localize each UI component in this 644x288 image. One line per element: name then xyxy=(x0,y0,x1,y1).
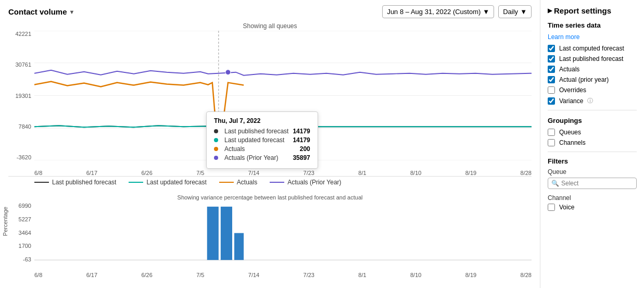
y-val-4: 7840 xyxy=(19,123,31,130)
checkbox-variance-input[interactable] xyxy=(548,97,555,105)
x-val-9: 8/19 xyxy=(465,170,476,176)
tooltip-value-3: 35897 xyxy=(293,154,310,161)
date-chevron-icon: ▼ xyxy=(483,8,489,16)
legend-label-0: Last published forecast xyxy=(52,179,116,186)
checkbox-actuals-label: Actuals xyxy=(559,66,579,73)
tooltip-dot-1 xyxy=(214,138,218,142)
queue-label: Showing all queues xyxy=(8,22,532,30)
var-x-val-7: 8/1 xyxy=(358,272,366,278)
main-content: Contact volume ▼ Jun 8 – Aug 31, 2022 (C… xyxy=(0,0,540,288)
channel-filter-label: Channel xyxy=(548,194,637,202)
svg-point-9 xyxy=(225,70,231,75)
var-x-val-1: 6/8 xyxy=(34,272,42,278)
var-x-val-6: 7/23 xyxy=(304,272,314,278)
tooltip-dot-0 xyxy=(214,129,218,133)
checkbox-channels-label: Channels xyxy=(559,139,586,146)
checkbox-variance-label: Variance xyxy=(559,97,583,105)
x-val-7: 8/1 xyxy=(358,170,366,176)
divider-1 xyxy=(548,110,637,110)
svg-rect-12 xyxy=(221,207,232,260)
var-y-val-5: -63 xyxy=(23,256,31,262)
variance-chart-svg xyxy=(34,203,532,264)
channel-voice-checkbox[interactable] xyxy=(548,204,555,211)
time-series-label: Time series data xyxy=(548,21,637,29)
x-val-3: 6/26 xyxy=(141,170,152,176)
checkbox-last-computed: Last computed forecast xyxy=(548,45,637,52)
legend-label-1: Last updated forecast xyxy=(146,179,206,186)
tooltip-dot-2 xyxy=(214,147,218,151)
checkbox-actual-prior-label: Actual (prior year) xyxy=(559,76,609,83)
checkbox-actuals-input[interactable] xyxy=(548,66,555,73)
legend-line-3 xyxy=(270,182,284,183)
sidebar-title-label: Report settings xyxy=(554,6,611,15)
var-x-val-5: 7/14 xyxy=(248,272,259,278)
checkbox-queues-input[interactable] xyxy=(548,129,555,136)
var-x-val-3: 6/26 xyxy=(141,272,152,278)
granularity-select[interactable]: Daily ▼ xyxy=(498,5,532,18)
y-val-5: -3620 xyxy=(17,154,31,160)
legend-item-0: Last published forecast xyxy=(34,179,116,186)
search-icon: 🔍 xyxy=(551,180,559,187)
x-val-1: 6/8 xyxy=(34,170,42,176)
checkbox-last-computed-label: Last computed forecast xyxy=(559,45,624,52)
queue-search-input-row: 🔍 xyxy=(548,178,637,189)
svg-rect-13 xyxy=(234,233,244,260)
tooltip-value-1: 14179 xyxy=(293,136,310,144)
sidebar-collapse-icon[interactable]: ▶ xyxy=(548,7,552,14)
legend-line-2 xyxy=(219,182,234,183)
variance-y-axis: 6990 5227 3464 1700 -63 xyxy=(8,203,34,262)
legend-item-3: Actuals (Prior Year) xyxy=(270,179,341,186)
divider-2 xyxy=(548,152,637,152)
checkbox-last-computed-input[interactable] xyxy=(548,45,555,52)
var-x-val-4: 7/5 xyxy=(196,272,204,278)
variance-chart: Showing variance percentage between last… xyxy=(8,194,532,288)
chart-tooltip: Thu, Jul 7, 2022 Last published forecast… xyxy=(206,111,318,169)
x-val-2: 6/17 xyxy=(86,170,97,176)
checkbox-variance: Variance ⓘ xyxy=(548,97,637,105)
var-x-val-8: 8/10 xyxy=(410,272,421,278)
y-val-3: 19301 xyxy=(15,93,31,99)
x-val-6: 7/23 xyxy=(304,170,314,176)
sidebar-title: ▶ Report settings xyxy=(548,6,637,15)
checkbox-channels-input[interactable] xyxy=(548,139,555,146)
y-val-2: 30761 xyxy=(15,61,31,68)
y-val-1: 42221 xyxy=(15,31,31,37)
var-x-val-10: 8/28 xyxy=(521,272,532,278)
checkbox-actual-prior: Actual (prior year) xyxy=(548,76,637,83)
groupings-label: Groupings xyxy=(548,117,637,124)
x-val-8: 8/10 xyxy=(410,170,421,176)
legend-item-2: Actuals xyxy=(219,179,257,186)
tooltip-date: Thu, Jul 7, 2022 xyxy=(214,117,310,124)
channel-voice-row: Voice xyxy=(548,204,637,211)
header-row: Contact volume ▼ Jun 8 – Aug 31, 2022 (C… xyxy=(8,5,532,18)
checkbox-actual-prior-input[interactable] xyxy=(548,76,555,83)
main-chart-y-axis: 42221 30761 19301 7840 -3620 xyxy=(8,31,34,160)
x-val-4: 7/5 xyxy=(196,170,204,176)
checkbox-overrides-input[interactable] xyxy=(548,86,555,94)
tooltip-dot-3 xyxy=(214,156,218,160)
date-range-select[interactable]: Jun 8 – Aug 31, 2022 (Custom) ▼ xyxy=(382,5,494,18)
var-y-val-2: 5227 xyxy=(19,216,31,222)
checkbox-last-published-label: Last published forecast xyxy=(559,55,623,62)
channel-voice-label: Voice xyxy=(559,204,574,211)
tooltip-label-1: Last updated forecast xyxy=(224,136,284,144)
tooltip-label-3: Actuals (Prior Year) xyxy=(224,154,278,161)
chevron-down-icon: ▼ xyxy=(69,9,75,15)
x-val-5: 7/14 xyxy=(248,170,259,176)
learn-more-link[interactable]: Learn more xyxy=(548,33,637,41)
checkbox-overrides: Overrides xyxy=(548,86,637,94)
filters-section: Filters Queue 🔍 Channel Voice xyxy=(548,157,637,211)
queue-search-input[interactable] xyxy=(561,180,633,187)
variance-chart-title: Showing variance percentage between last… xyxy=(8,194,532,201)
checkbox-last-published-input[interactable] xyxy=(548,55,555,62)
legend-label-3: Actuals (Prior Year) xyxy=(287,179,341,186)
granularity-chevron-icon: ▼ xyxy=(520,8,527,16)
date-range-section: Jun 8 – Aug 31, 2022 (Custom) ▼ Daily ▼ xyxy=(382,5,532,18)
legend-line-1 xyxy=(129,182,143,183)
var-x-val-2: 6/17 xyxy=(86,272,97,278)
svg-rect-11 xyxy=(207,207,219,260)
tooltip-label-0: Last published forecast xyxy=(224,128,288,135)
channel-filter-section: Channel Voice xyxy=(548,194,637,211)
contact-volume-dropdown[interactable]: Contact volume ▼ xyxy=(8,7,74,16)
variance-bars-container xyxy=(34,203,532,264)
